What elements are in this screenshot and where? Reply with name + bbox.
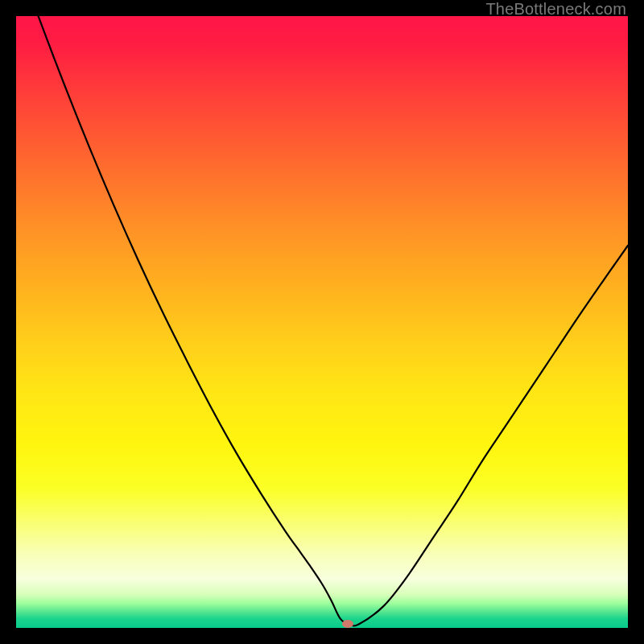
plot-area [16, 16, 628, 628]
curve-svg [16, 16, 628, 628]
bottleneck-curve [16, 16, 628, 626]
chart-frame: TheBottleneck.com [0, 0, 644, 644]
